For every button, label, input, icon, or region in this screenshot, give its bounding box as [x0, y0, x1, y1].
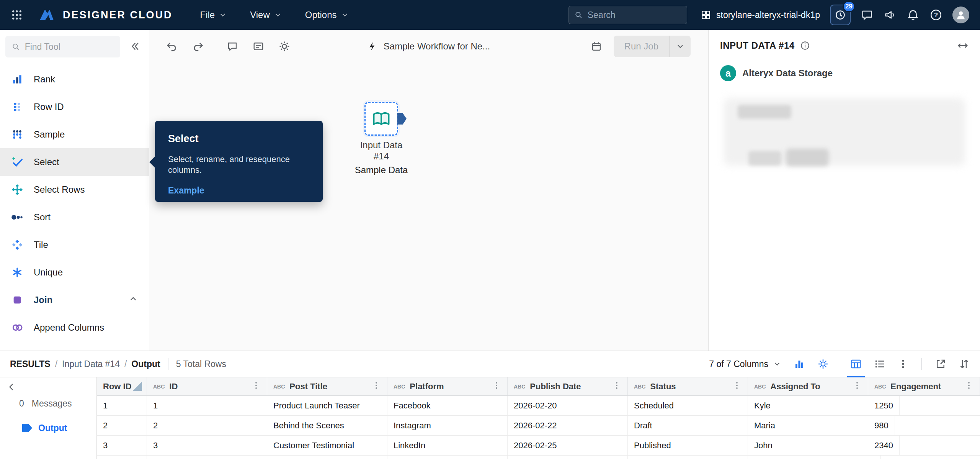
- chevron-down-icon: [773, 360, 781, 368]
- collapse-messages-button[interactable]: [7, 382, 17, 392]
- list-view-button[interactable]: [874, 358, 885, 370]
- column-menu-icon[interactable]: [492, 381, 501, 392]
- column-menu-icon[interactable]: [372, 381, 381, 392]
- app-launcher-icon[interactable]: [9, 7, 24, 23]
- comment-button[interactable]: [227, 41, 238, 52]
- blurred-text-block: [738, 105, 791, 119]
- breadcrumb-output-link[interactable]: Output: [131, 359, 160, 369]
- column-menu-icon[interactable]: [252, 381, 261, 392]
- columns-dropdown[interactable]: 7 of 7 Columns: [709, 359, 781, 369]
- column-menu-icon[interactable]: [964, 381, 973, 392]
- data-grid: Row ID ABC ID ABC Post Title ABC: [97, 377, 980, 459]
- type-badge: ABC: [273, 384, 285, 390]
- tool-item-select[interactable]: Select: [0, 148, 149, 176]
- blurred-text-block: [748, 151, 781, 166]
- table-row[interactable]: 2 2 Behind the Scenes Instagram 2026-02-…: [97, 416, 980, 436]
- column-menu-icon[interactable]: [853, 381, 862, 392]
- grid-header-row: Row ID ABC ID ABC Post Title ABC: [97, 377, 980, 396]
- notifications-button[interactable]: [906, 8, 920, 21]
- messages-tab[interactable]: 0 Messages: [0, 395, 96, 412]
- column-header-platform[interactable]: ABC Platform: [387, 377, 508, 395]
- help-button[interactable]: ?: [929, 8, 942, 21]
- tool-item-unique[interactable]: Unique: [0, 259, 149, 286]
- history-clock-button[interactable]: 29: [830, 5, 851, 25]
- user-avatar[interactable]: [952, 7, 969, 23]
- gear-icon: [279, 41, 290, 52]
- tool-item-rank[interactable]: Rank: [0, 66, 149, 93]
- find-tool-input[interactable]: [25, 42, 114, 52]
- collapse-palette-button[interactable]: [129, 41, 140, 52]
- output-tab[interactable]: Output: [0, 420, 96, 436]
- type-badge: ABC: [394, 384, 405, 390]
- menu-view[interactable]: View: [250, 10, 282, 20]
- breadcrumb-separator: /: [55, 359, 57, 369]
- workflow-settings-button[interactable]: [279, 41, 290, 52]
- column-header-engagement[interactable]: ABC Engagement: [868, 377, 980, 395]
- column-menu-icon[interactable]: [732, 381, 742, 392]
- chat-button[interactable]: [861, 8, 874, 21]
- column-header-status[interactable]: ABC Status: [628, 377, 748, 395]
- tooltip-example-link[interactable]: Example: [168, 185, 204, 196]
- tool-item-row-id[interactable]: Row ID: [0, 93, 149, 121]
- column-menu-icon[interactable]: [612, 381, 621, 392]
- search-input[interactable]: [588, 10, 681, 20]
- type-badge: ABC: [514, 384, 525, 390]
- workspace-switcher[interactable]: storylane-alteryx-trial-dk1p: [701, 10, 820, 20]
- column-header-id[interactable]: ABC ID: [147, 377, 267, 395]
- column-header-row-id[interactable]: Row ID: [97, 377, 147, 395]
- divider: [921, 358, 922, 370]
- tool-item-append-columns[interactable]: Append Columns: [0, 314, 149, 341]
- input-data-node-box[interactable]: [364, 102, 398, 136]
- grid-view-button[interactable]: [850, 358, 862, 370]
- open-in-new-button[interactable]: [935, 358, 946, 370]
- tool-item-sort[interactable]: Sort: [0, 203, 149, 231]
- bar-chart-icon: [794, 358, 805, 370]
- undo-button[interactable]: [166, 41, 178, 52]
- run-job-button[interactable]: Run Job: [614, 36, 691, 57]
- run-job-dropdown[interactable]: [669, 36, 691, 57]
- list-icon: [874, 358, 885, 370]
- table-row-partial[interactable]: [97, 456, 980, 459]
- alteryx-logo-icon: [39, 8, 54, 22]
- column-header-assigned-to[interactable]: ABC Assigned To: [748, 377, 868, 395]
- annotation-card-button[interactable]: [253, 41, 264, 52]
- brand-title: DESIGNER CLOUD: [63, 9, 173, 21]
- breadcrumb-tool-link[interactable]: Input Data #14: [62, 359, 120, 369]
- menu-options[interactable]: Options: [305, 10, 349, 20]
- expand-panel-button[interactable]: [957, 40, 969, 51]
- undo-icon: [166, 41, 178, 52]
- info-icon[interactable]: [800, 41, 810, 51]
- schedule-calendar-button[interactable]: [591, 41, 602, 52]
- tool-item-tile[interactable]: Tile: [0, 231, 149, 259]
- column-header-publish-date[interactable]: ABC Publish Date: [508, 377, 628, 395]
- export-import-button[interactable]: [959, 358, 970, 370]
- column-header-post-title[interactable]: ABC Post Title: [267, 377, 387, 395]
- redo-button[interactable]: [192, 41, 204, 52]
- tool-item-sample[interactable]: Sample: [0, 121, 149, 148]
- unique-icon: [10, 266, 24, 279]
- tool-item-select-rows[interactable]: Select Rows: [0, 176, 149, 203]
- announcements-button[interactable]: [884, 8, 897, 21]
- chevron-up-icon[interactable]: [128, 294, 138, 306]
- workspace-grid-icon: [701, 10, 711, 20]
- results-header: RESULTS / Input Data #14 / Output 5 Tota…: [0, 351, 980, 377]
- chart-view-button[interactable]: [794, 358, 805, 370]
- output-anchor-icon[interactable]: [397, 113, 407, 125]
- tile-icon: [10, 239, 24, 251]
- menu-file[interactable]: File: [200, 10, 227, 20]
- external-link-icon: [935, 358, 946, 370]
- output-label: Output: [38, 423, 67, 433]
- data-insights-button[interactable]: [817, 358, 829, 370]
- table-row[interactable]: 1 1 Product Launch Teaser Facebook 2026-…: [97, 396, 980, 416]
- table-row[interactable]: 3 3 Customer Testimonial LinkedIn 2026-0…: [97, 436, 980, 456]
- global-search: [568, 6, 687, 24]
- node-label: Input Data #14 Sample Data: [324, 139, 439, 175]
- person-icon: [955, 9, 967, 21]
- find-tool-search: [5, 36, 120, 57]
- chevron-down-icon: [219, 11, 227, 19]
- results-more-menu[interactable]: [898, 359, 908, 369]
- input-data-book-icon: [371, 109, 391, 129]
- connection-label: Alteryx Data Storage: [742, 68, 833, 79]
- tool-section-join[interactable]: Join: [0, 286, 149, 314]
- input-data-node[interactable]: Input Data #14 Sample Data: [364, 102, 398, 136]
